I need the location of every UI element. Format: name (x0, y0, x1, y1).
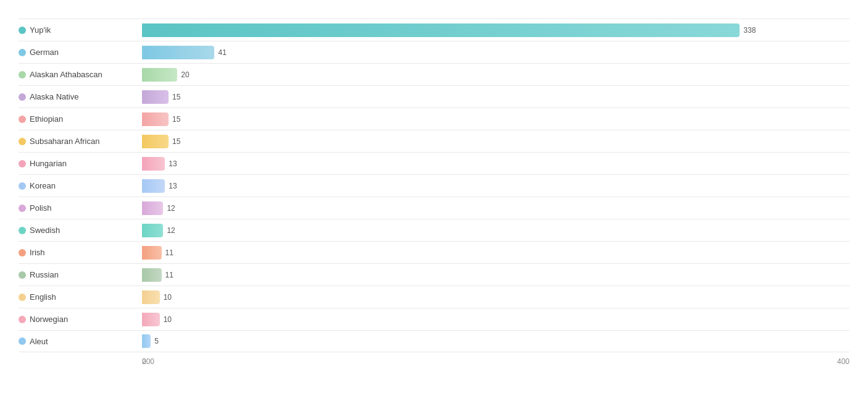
bar-dot-german (19, 49, 26, 56)
bar-cell-english: 10 (142, 290, 849, 305)
bar-dot-alaskan (19, 71, 26, 78)
bar-dot-aleut (19, 337, 26, 345)
bar-value-russian: 11 (165, 271, 173, 279)
bar-label-text-german: German (30, 48, 59, 57)
bar-cell-alaskan: 20 (142, 67, 849, 82)
bar-dot-polish (19, 205, 26, 212)
bar-label-text-polish: Polish (30, 203, 51, 213)
bar-fill-swedish (142, 224, 163, 237)
bar-label-english: English (19, 292, 142, 302)
bar-label-text-korean: Korean (30, 181, 56, 190)
bar-value-polish: 12 (167, 204, 175, 213)
bar-label-subsaharan: Subsaharan African (19, 137, 142, 146)
bar-cell-korean: 13 (142, 179, 849, 193)
bar-label-text-alaskan: Alaskan Athabascan (30, 70, 102, 79)
bar-row-subsaharan: Subsaharan African15 (19, 130, 849, 152)
x-label-2: 400 (837, 357, 849, 366)
bar-label-text-aleut: Aleut (30, 337, 48, 346)
bar-dot-english (19, 294, 26, 301)
bar-value-swedish: 12 (167, 226, 175, 235)
bar-label-polish: Polish (19, 203, 142, 213)
bar-fill-polish (142, 201, 163, 215)
bar-row-swedish: Swedish12 (19, 219, 849, 241)
bar-value-irish: 11 (165, 248, 173, 257)
bar-row-yupik: Yup'ik338 (19, 19, 849, 41)
bar-cell-hungarian: 13 (142, 156, 849, 171)
bar-label-irish: Irish (19, 248, 142, 257)
bar-label-text-english: English (30, 292, 56, 302)
x-axis: 0200400 (19, 355, 849, 366)
bar-label-yupik: Yup'ik (19, 25, 142, 35)
bar-fill-alaskan (142, 68, 177, 82)
bar-dot-hungarian (19, 160, 26, 167)
bar-row-polish: Polish12 (19, 197, 849, 219)
bar-cell-aleut: 5 (142, 334, 849, 349)
bar-row-aleut: Aleut5 (19, 330, 849, 352)
bar-label-aleut: Aleut (19, 337, 142, 346)
bar-cell-ethiopian: 15 (142, 112, 849, 127)
bar-row-hungarian: Hungarian13 (19, 152, 849, 174)
x-label-1: 200 (142, 357, 154, 366)
bar-label-german: German (19, 48, 142, 57)
bar-value-ethiopian: 15 (172, 115, 180, 124)
bar-row-ethiopian: Ethiopian15 (19, 108, 849, 130)
bar-cell-polish: 12 (142, 201, 849, 216)
bar-dot-ethiopian (19, 116, 26, 123)
bar-value-korean: 13 (169, 182, 177, 190)
bar-cell-german: 41 (142, 45, 849, 60)
bar-dot-korean (19, 182, 26, 190)
bar-value-subsaharan: 15 (172, 137, 180, 146)
bar-dot-yupik (19, 27, 26, 34)
bar-label-alaska-native: Alaska Native (19, 92, 142, 101)
bar-row-english: English10 (19, 286, 849, 308)
bar-row-russian: Russian11 (19, 263, 849, 286)
bar-fill-irish (142, 246, 162, 260)
bar-fill-ethiopian (142, 112, 169, 126)
bar-label-text-norwegian: Norwegian (30, 315, 68, 324)
chart-container: Yup'ik338German41Alaskan Athabascan20Ala… (19, 19, 849, 366)
bar-fill-german (142, 46, 214, 59)
bar-dot-alaska-native (19, 93, 26, 101)
bar-cell-norwegian: 10 (142, 312, 849, 327)
bar-row-german: German41 (19, 41, 849, 63)
bar-row-irish: Irish11 (19, 241, 849, 263)
bar-value-alaska-native: 15 (172, 93, 180, 101)
bar-fill-russian (142, 268, 162, 282)
bar-label-text-hungarian: Hungarian (30, 159, 67, 168)
bar-cell-irish: 11 (142, 245, 849, 260)
bar-label-text-russian: Russian (30, 270, 59, 279)
bar-label-russian: Russian (19, 270, 142, 279)
bar-fill-norwegian (142, 313, 160, 326)
bar-cell-russian: 11 (142, 268, 849, 282)
bar-label-hungarian: Hungarian (19, 159, 142, 168)
bar-cell-yupik: 338 (142, 23, 849, 38)
bar-fill-alaska-native (142, 90, 169, 104)
bar-label-text-ethiopian: Ethiopian (30, 114, 63, 124)
bar-label-text-subsaharan: Subsaharan African (30, 137, 99, 146)
bar-value-alaskan: 20 (181, 70, 189, 79)
bar-label-text-swedish: Swedish (30, 226, 60, 235)
bar-cell-subsaharan: 15 (142, 134, 849, 149)
bar-label-alaskan: Alaskan Athabascan (19, 70, 142, 79)
bar-label-swedish: Swedish (19, 226, 142, 235)
bar-label-text-yupik: Yup'ik (30, 25, 51, 35)
bar-value-hungarian: 13 (169, 159, 177, 168)
bar-fill-english (142, 290, 160, 304)
bar-fill-subsaharan (142, 135, 169, 148)
bar-label-ethiopian: Ethiopian (19, 114, 142, 124)
bar-row-alaskan: Alaskan Athabascan20 (19, 63, 849, 85)
bar-fill-hungarian (142, 157, 165, 171)
bar-label-text-irish: Irish (30, 248, 45, 257)
bar-value-norwegian: 10 (164, 315, 172, 324)
bar-value-yupik: 338 (743, 26, 756, 35)
bar-dot-norwegian (19, 316, 26, 323)
bar-value-german: 41 (218, 48, 226, 57)
bar-cell-swedish: 12 (142, 223, 849, 238)
bar-dot-irish (19, 249, 26, 256)
bar-fill-korean (142, 179, 165, 193)
bar-fill-yupik (142, 23, 740, 37)
bar-cell-alaska-native: 15 (142, 90, 849, 104)
bar-row-norwegian: Norwegian10 (19, 308, 849, 330)
bar-dot-swedish (19, 227, 26, 234)
bar-fill-aleut (142, 334, 151, 348)
